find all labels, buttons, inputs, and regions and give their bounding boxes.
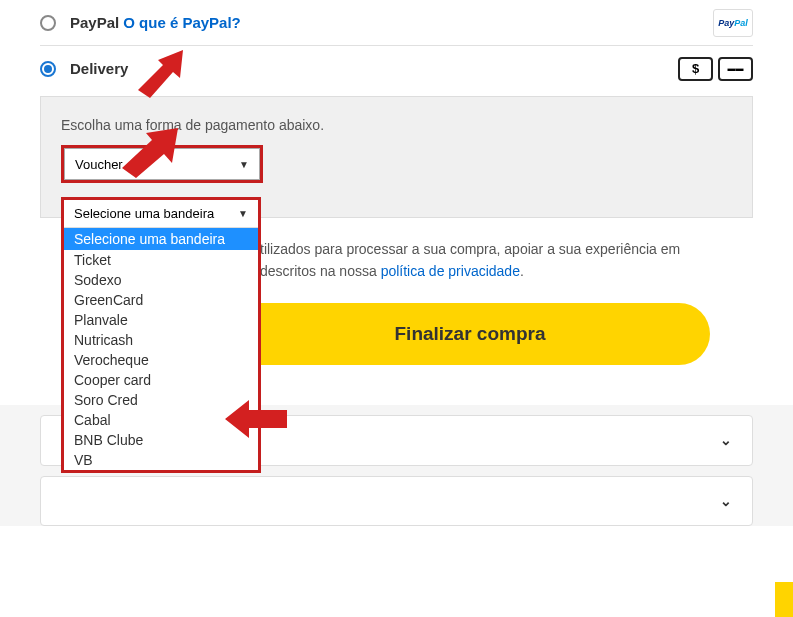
chevron-down-icon: ▼ xyxy=(239,159,249,170)
paypal-option[interactable]: PayPal O que é PayPal? PayPal xyxy=(40,0,753,46)
svg-marker-0 xyxy=(138,50,183,98)
annotation-arrow-icon xyxy=(138,50,198,100)
svg-marker-1 xyxy=(122,128,178,178)
bandeira-option[interactable]: Selecione uma bandeira xyxy=(64,228,258,250)
paypal-label: PayPal xyxy=(70,14,119,31)
bandeira-option[interactable]: Verocheque xyxy=(64,350,258,370)
bandeira-option[interactable]: Planvale xyxy=(64,310,258,330)
bandeira-option[interactable]: Ticket xyxy=(64,250,258,270)
paypal-info-link[interactable]: O que é PayPal? xyxy=(123,14,241,31)
cash-icon: $ xyxy=(678,57,713,81)
privacy-policy-link[interactable]: política de privacidade xyxy=(381,263,520,279)
svg-marker-2 xyxy=(225,400,287,438)
chevron-down-icon: ⌄ xyxy=(720,432,732,448)
annotation-arrow-icon xyxy=(225,398,287,440)
bandeira-option[interactable]: Cooper card xyxy=(64,370,258,390)
accordion-item-2[interactable]: ⌄ xyxy=(40,476,753,526)
delivery-payment-icons: $ ▬▬ xyxy=(678,57,753,81)
voucher-select-value: Voucher xyxy=(75,157,123,172)
bandeira-option[interactable]: Sodexo xyxy=(64,270,258,290)
card-icon: ▬▬ xyxy=(718,57,753,81)
bandeira-option[interactable]: GreenCard xyxy=(64,290,258,310)
paypal-logo-icon: PayPal xyxy=(713,9,753,37)
bandeira-option[interactable]: VB xyxy=(64,450,258,470)
delivery-label: Delivery xyxy=(70,60,128,77)
yellow-side-tab[interactable] xyxy=(775,582,793,617)
chevron-down-icon: ▼ xyxy=(238,208,248,219)
annotation-arrow-icon xyxy=(122,128,194,183)
delivery-radio[interactable] xyxy=(40,61,56,77)
bandeira-option[interactable]: Nutricash xyxy=(64,330,258,350)
bandeira-select[interactable]: Selecione uma bandeira ▼ xyxy=(64,200,258,228)
bandeira-select-value: Selecione uma bandeira xyxy=(74,206,214,221)
paypal-radio[interactable] xyxy=(40,15,56,31)
chevron-down-icon: ⌄ xyxy=(720,493,732,509)
